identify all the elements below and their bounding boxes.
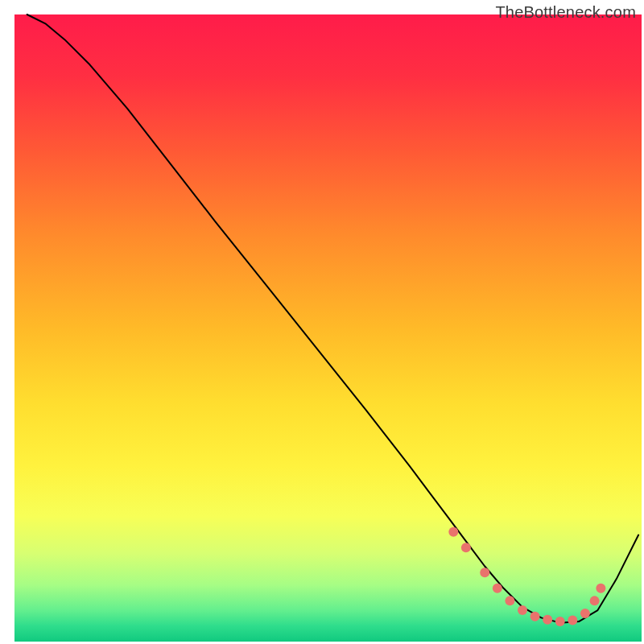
curve-marker xyxy=(461,543,471,552)
curve-marker xyxy=(596,584,605,593)
chart-svg xyxy=(0,0,644,644)
curve-marker xyxy=(493,584,502,593)
curve-marker xyxy=(568,616,577,625)
curve-marker xyxy=(580,609,590,618)
chart-container: TheBottleneck.com xyxy=(0,0,644,644)
plot-background xyxy=(14,14,642,642)
watermark-text: TheBottleneck.com xyxy=(495,3,636,22)
curve-marker xyxy=(518,605,527,615)
curve-marker xyxy=(505,596,514,605)
curve-marker xyxy=(448,527,458,537)
curve-marker xyxy=(543,615,552,625)
curve-marker xyxy=(480,568,489,577)
curve-marker xyxy=(530,612,540,621)
curve-marker xyxy=(590,596,600,605)
curve-marker xyxy=(555,617,565,626)
